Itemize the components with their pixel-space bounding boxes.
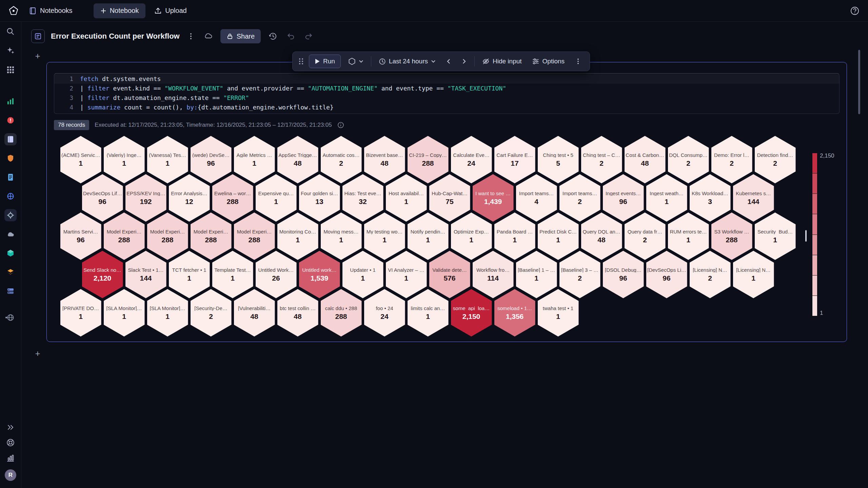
hex-cell[interactable]: some_api_loa…2,150 bbox=[451, 289, 492, 337]
hex-cell[interactable]: Moving mess…1 bbox=[321, 212, 362, 260]
hex-cell[interactable]: Detection find…2 bbox=[755, 136, 796, 183]
search-icon[interactable] bbox=[4, 25, 17, 38]
hex-cell[interactable]: Template Test…1 bbox=[212, 251, 253, 298]
hex-cell[interactable]: (Valeriy) Inge…1 bbox=[104, 136, 145, 183]
section-scrollbar-thumb[interactable] bbox=[805, 230, 807, 242]
hex-cell[interactable]: [SLA Monitor]…1 bbox=[147, 289, 188, 337]
hex-cell[interactable]: [DSOL Debug…96 bbox=[603, 251, 644, 298]
hex-cell[interactable]: Import teams…2 bbox=[559, 174, 600, 222]
hex-cell[interactable]: Calculate Eve…24 bbox=[451, 136, 492, 183]
hex-cell[interactable]: Validate dete…576 bbox=[429, 251, 470, 298]
upload-button[interactable]: Upload bbox=[154, 7, 186, 15]
expand-sidebar-icon[interactable] bbox=[4, 421, 17, 433]
hex-cell[interactable]: Model Experi…288 bbox=[147, 212, 188, 260]
user-avatar[interactable]: R bbox=[4, 469, 17, 481]
nav-notebooks[interactable]: Notebooks bbox=[28, 7, 73, 15]
app-icon-notebooks[interactable] bbox=[4, 133, 17, 145]
hex-cell[interactable]: Security_Bud…1 bbox=[755, 212, 796, 260]
hex-cell[interactable]: [Licensing] N…2 bbox=[690, 251, 731, 298]
hex-cell[interactable]: I want to see …1,439 bbox=[473, 174, 514, 222]
hex-cell[interactable]: Ewelina – wor…288 bbox=[212, 174, 253, 222]
hex-cell[interactable]: Panda Board …1 bbox=[494, 212, 535, 260]
hex-cell[interactable]: Model Experi…288 bbox=[104, 212, 145, 260]
undo-icon[interactable] bbox=[285, 30, 297, 42]
hex-cell[interactable]: Ingest events…96 bbox=[603, 174, 644, 222]
hex-cell[interactable]: RUM errors te…1 bbox=[668, 212, 709, 260]
add-section-above-button[interactable]: + bbox=[33, 51, 43, 61]
app-icon-services-cube[interactable] bbox=[4, 247, 17, 259]
timeframe-back-button[interactable] bbox=[443, 57, 454, 66]
app-icon-kubernetes[interactable] bbox=[4, 190, 17, 202]
page-title[interactable]: Error Execution Count per Workflow bbox=[51, 32, 180, 41]
hex-cell[interactable]: Notify pendin…1 bbox=[408, 212, 449, 260]
feedback-chart-icon[interactable] bbox=[4, 452, 17, 464]
hex-cell[interactable]: Import teams…4 bbox=[516, 174, 557, 222]
hex-cell[interactable]: Updater • 11 bbox=[342, 251, 383, 298]
title-more-menu-icon[interactable] bbox=[186, 31, 196, 41]
version-history-icon[interactable] bbox=[267, 30, 279, 42]
sync-cloud-icon[interactable] bbox=[202, 30, 214, 42]
hex-cell[interactable]: Query data fr…2 bbox=[625, 212, 666, 260]
hex-cell[interactable]: Untitled work…1,539 bbox=[299, 251, 340, 298]
hex-cell[interactable]: limits calc an…1 bbox=[408, 289, 449, 337]
hex-cell[interactable]: calc ddu • 288288 bbox=[321, 289, 362, 337]
notebook-sections-icon[interactable] bbox=[31, 29, 45, 43]
hex-cell[interactable]: [Vulnerabiliti…48 bbox=[234, 289, 275, 337]
hex-cell[interactable]: someload • 1…1,356 bbox=[494, 289, 535, 337]
hex-cell[interactable]: btc test collin …48 bbox=[277, 289, 318, 337]
hex-cell[interactable]: Slack Test • 1…144 bbox=[125, 251, 166, 298]
hex-cell[interactable]: twaha test • 11 bbox=[538, 289, 579, 337]
options-button[interactable]: Options bbox=[529, 56, 567, 67]
hex-cell[interactable]: CI-219 – Copy…288 bbox=[408, 136, 449, 183]
timeframe-forward-button[interactable] bbox=[459, 57, 470, 66]
app-icon-charts[interactable] bbox=[4, 95, 17, 107]
hex-cell[interactable]: TCT fetcher • 11 bbox=[169, 251, 210, 298]
app-icon-logs[interactable] bbox=[4, 171, 17, 183]
hex-cell[interactable]: Automatic cos…2 bbox=[321, 136, 362, 183]
hex-cell[interactable]: Cart Failure E…17 bbox=[494, 136, 535, 183]
hex-cell[interactable]: Bizevent base…48 bbox=[364, 136, 405, 183]
app-icon-extensions-layers[interactable] bbox=[4, 266, 17, 278]
hex-cell[interactable]: Ching test – C…2 bbox=[581, 136, 622, 183]
drag-handle-icon[interactable] bbox=[298, 58, 304, 65]
hex-cell[interactable]: Martins Servi…96 bbox=[60, 212, 101, 260]
hex-cell[interactable]: Ingest weath…1 bbox=[646, 174, 687, 222]
hex-cell[interactable]: Error Analysis…12 bbox=[169, 174, 210, 222]
hex-cell[interactable]: K8s Workload…3 bbox=[690, 174, 731, 222]
dynatrace-logo-icon[interactable] bbox=[7, 5, 20, 17]
hex-cell[interactable]: VI Analyzer – …1 bbox=[386, 251, 427, 298]
hex-cell[interactable]: Hias: Test eve…32 bbox=[342, 174, 383, 222]
hex-cell[interactable]: DevSecOps Lif…96 bbox=[82, 174, 123, 222]
app-icon-clouds[interactable] bbox=[4, 228, 17, 240]
timeframe-selector[interactable]: Last 24 hours bbox=[376, 56, 438, 67]
section-more-menu-icon[interactable] bbox=[572, 56, 584, 67]
hex-cell[interactable]: EPSS/KEV Ing…192 bbox=[125, 174, 166, 222]
hex-cell[interactable]: Demo: Error l…2 bbox=[711, 136, 752, 183]
app-icon-hosts-server[interactable] bbox=[4, 285, 17, 297]
redo-icon[interactable] bbox=[303, 30, 314, 42]
app-icon-security-shield[interactable] bbox=[4, 152, 17, 164]
hex-cell[interactable]: Send Slack no…2,120 bbox=[82, 251, 123, 298]
hex-cell[interactable]: Kubernetes s…144 bbox=[733, 174, 774, 222]
support-lifebuoy-icon[interactable] bbox=[4, 436, 17, 449]
apps-grid-icon[interactable] bbox=[4, 64, 17, 76]
hex-cell[interactable]: Four golden si…13 bbox=[299, 174, 340, 222]
hex-cell[interactable]: Workflow fro…114 bbox=[473, 251, 514, 298]
hex-cell[interactable]: [DevSecOps Li…96 bbox=[646, 251, 687, 298]
hex-cell[interactable]: Agile Metrics …1 bbox=[234, 136, 275, 183]
app-icon-problems[interactable] bbox=[4, 114, 17, 126]
app-icon-deployments-globe[interactable] bbox=[4, 311, 17, 324]
hex-cell[interactable]: Model Experi…288 bbox=[191, 212, 232, 260]
hex-cell[interactable]: Untitled Work…26 bbox=[256, 251, 297, 298]
hex-cell[interactable]: Cost & Carbon…48 bbox=[625, 136, 666, 183]
hex-cell[interactable]: [Licensing] N…1 bbox=[733, 251, 774, 298]
hex-cell[interactable]: (ACME) Servic…1 bbox=[60, 136, 101, 183]
help-icon[interactable] bbox=[849, 5, 861, 17]
add-section-below-button[interactable]: + bbox=[33, 348, 43, 359]
page-scrollbar-thumb[interactable] bbox=[858, 50, 860, 114]
run-button[interactable]: Run bbox=[309, 55, 341, 68]
hex-cell[interactable]: Expensive qu…1 bbox=[256, 174, 297, 222]
hex-cell[interactable]: Query DQL an…48 bbox=[581, 212, 622, 260]
hex-cell[interactable]: Monitoring Co…1 bbox=[277, 212, 318, 260]
hex-cell[interactable]: Predict Disk C…1 bbox=[538, 212, 579, 260]
